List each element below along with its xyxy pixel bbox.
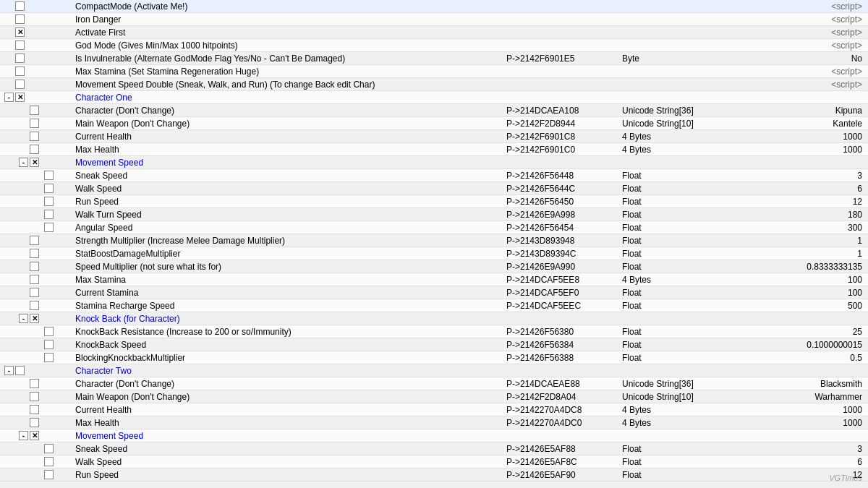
checkbox[interactable] xyxy=(15,14,25,24)
entry-value[interactable]: Blacksmith xyxy=(738,379,868,389)
entry-name: Activate First xyxy=(72,27,506,38)
checkbox[interactable] xyxy=(30,431,39,440)
checkbox[interactable] xyxy=(44,223,54,232)
checkbox[interactable] xyxy=(30,158,39,167)
checkbox[interactable] xyxy=(44,444,54,453)
entry-value[interactable]: 1 xyxy=(738,236,868,246)
entry-name: Current Health xyxy=(72,132,506,142)
entry-value: <script> xyxy=(738,27,868,38)
entry-address: P->2142F6901E5 xyxy=(506,53,622,64)
entry-address: P->21426F56454 xyxy=(506,223,622,233)
checkbox[interactable] xyxy=(30,275,39,284)
checkbox[interactable] xyxy=(30,418,39,427)
entry-name: Current Stamina xyxy=(72,288,506,298)
entry-value[interactable]: 3 xyxy=(738,171,868,181)
col-check xyxy=(0,288,72,297)
table-row: Current HealthP->2142F6901C84 Bytes1000 xyxy=(0,130,868,143)
table-row: Current HealthP->2142270A4DC84 Bytes1000 xyxy=(0,403,868,416)
entry-value[interactable]: 0.8333333135 xyxy=(738,262,868,272)
entry-address: P->21426F56388 xyxy=(506,353,622,363)
checkbox[interactable] xyxy=(44,184,54,193)
table-row: Sneak SpeedP->21426E5AF88Float3 xyxy=(0,442,868,455)
expand-button[interactable]: - xyxy=(4,93,14,102)
checkbox[interactable] xyxy=(30,314,39,323)
expand-button[interactable]: - xyxy=(19,431,28,440)
checkbox[interactable] xyxy=(30,119,39,128)
checkbox[interactable] xyxy=(30,288,39,297)
entry-value[interactable]: 25 xyxy=(738,327,868,337)
entry-value[interactable]: 6 xyxy=(738,184,868,194)
checkbox[interactable] xyxy=(30,301,39,310)
checkbox[interactable] xyxy=(44,210,54,219)
entry-address: P->21426E9A990 xyxy=(506,262,622,272)
col-check: - xyxy=(0,314,72,323)
expand-button[interactable]: - xyxy=(19,314,28,323)
checkbox[interactable] xyxy=(44,457,54,466)
entry-value[interactable]: No xyxy=(738,53,868,64)
entry-value[interactable]: 1000 xyxy=(738,145,868,155)
entry-value[interactable]: 6 xyxy=(738,457,868,467)
checkbox[interactable] xyxy=(15,93,25,102)
entry-name[interactable]: Character One xyxy=(72,93,506,103)
entry-value[interactable]: 100 xyxy=(738,288,868,298)
checkbox[interactable] xyxy=(44,197,54,206)
entry-type: 4 Bytes xyxy=(622,132,738,142)
entry-value[interactable]: 1 xyxy=(738,249,868,259)
checkbox[interactable] xyxy=(30,236,39,245)
entry-address: P->21426F56450 xyxy=(506,197,622,207)
entry-value[interactable]: Kantele xyxy=(738,119,868,129)
checkbox[interactable] xyxy=(30,249,39,258)
entry-name[interactable]: Knock Back (for Character) xyxy=(72,314,506,324)
checkbox[interactable] xyxy=(15,40,25,50)
entry-value[interactable]: 3 xyxy=(738,444,868,454)
entry-name[interactable]: Movement Speed xyxy=(72,431,506,441)
entry-name[interactable]: Movement Speed xyxy=(72,158,506,168)
entry-value[interactable]: 1000 xyxy=(738,132,868,142)
checkbox[interactable] xyxy=(44,327,54,336)
checkbox[interactable] xyxy=(44,171,54,180)
entry-value[interactable]: 180 xyxy=(738,210,868,220)
table-row: Iron Danger<script> xyxy=(0,13,868,26)
checkbox[interactable] xyxy=(30,392,39,401)
entry-value[interactable]: 500 xyxy=(738,301,868,311)
entry-value[interactable]: 1000 xyxy=(738,405,868,415)
table-row: Max Stamina (Set Stamina Regeneration Hu… xyxy=(0,65,868,78)
entry-name: Walk Speed xyxy=(72,184,506,194)
entry-value[interactable]: 100 xyxy=(738,275,868,285)
checkbox[interactable] xyxy=(30,106,39,115)
entry-name: Max Health xyxy=(72,145,506,155)
checkbox[interactable] xyxy=(30,132,39,141)
checkbox[interactable] xyxy=(30,262,39,271)
expand-button[interactable]: - xyxy=(4,366,14,375)
checkbox[interactable] xyxy=(15,1,25,11)
checkbox[interactable] xyxy=(15,27,25,37)
entry-name: Run Speed xyxy=(72,197,506,207)
entry-value[interactable]: 300 xyxy=(738,223,868,233)
checkbox[interactable] xyxy=(15,67,25,76)
col-check xyxy=(0,379,72,388)
entry-name[interactable]: Character Two xyxy=(72,366,506,376)
col-check xyxy=(0,418,72,427)
entry-name: Stamina Recharge Speed xyxy=(72,301,506,311)
checkbox[interactable] xyxy=(44,340,54,349)
checkbox[interactable] xyxy=(15,53,25,63)
checkbox[interactable] xyxy=(30,405,39,414)
entry-address: P->2142F2D8A04 xyxy=(506,392,622,402)
checkbox[interactable] xyxy=(15,366,25,375)
checkbox[interactable] xyxy=(30,145,39,154)
checkbox[interactable] xyxy=(30,379,39,388)
entry-value[interactable]: 1000 xyxy=(738,418,868,428)
col-check xyxy=(0,40,72,50)
entry-address: P->2142F2D8944 xyxy=(506,119,622,129)
checkbox[interactable] xyxy=(44,470,54,479)
entry-name: CompactMode (Activate Me!) xyxy=(72,1,506,12)
entry-value[interactable]: 12 xyxy=(738,197,868,207)
entry-value[interactable]: Warhammer xyxy=(738,392,868,402)
checkbox[interactable] xyxy=(44,353,54,362)
checkbox[interactable] xyxy=(15,80,25,89)
expand-button[interactable]: - xyxy=(19,158,28,167)
entry-value: <script> xyxy=(738,14,868,25)
entry-value[interactable]: 0.5 xyxy=(738,353,868,363)
entry-value[interactable]: 0.1000000015 xyxy=(738,340,868,350)
entry-value[interactable]: Kipuna xyxy=(738,106,868,116)
